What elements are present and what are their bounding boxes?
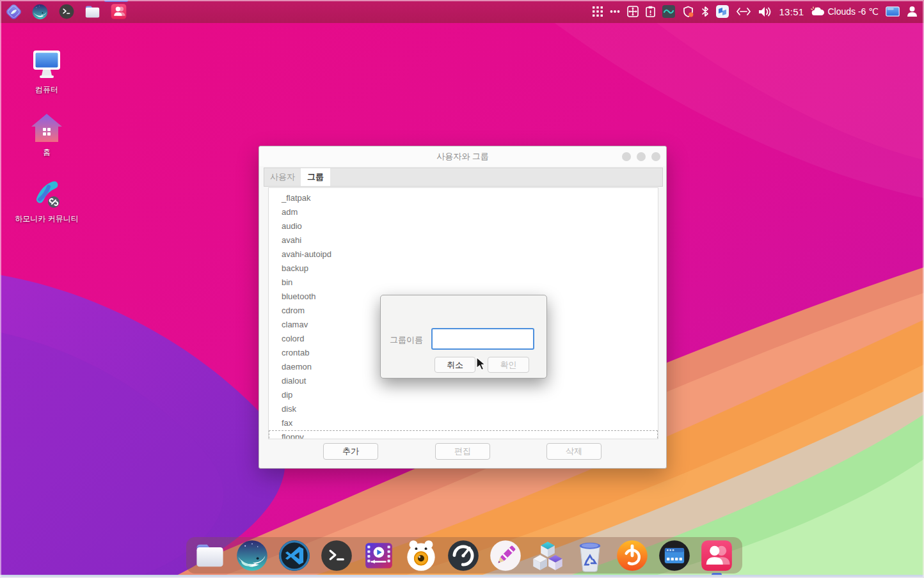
whale-browser-icon[interactable] [31, 3, 49, 20]
dock [186, 537, 742, 574]
group-name-dialog: 그룹이름 취소 확인 [380, 295, 547, 379]
group-row[interactable]: dip [269, 388, 658, 402]
cloud-icon [811, 6, 825, 17]
add-button[interactable]: 추가 [323, 443, 378, 460]
dock-vscode-icon[interactable] [277, 538, 312, 573]
dock-whale-browser-icon[interactable] [235, 538, 269, 573]
users-settings-launcher-icon[interactable] [110, 3, 127, 20]
group-row[interactable]: adm [269, 205, 658, 219]
window-minimize-button[interactable] [622, 152, 631, 161]
dock-system-monitor-icon[interactable] [446, 538, 481, 573]
active-app-indicator [104, 0, 128, 2]
bluetooth-icon[interactable] [701, 6, 709, 17]
window-title: 사용자와 그룹 [436, 151, 489, 162]
computer-icon [31, 49, 63, 82]
dock-trash-icon[interactable] [573, 538, 607, 573]
display-icon[interactable] [886, 6, 900, 17]
dock-power-icon[interactable] [615, 538, 649, 573]
mouse-cursor [476, 357, 486, 371]
dock-users-settings-icon[interactable] [699, 538, 734, 573]
desktop-icon-label: 홈 [43, 147, 51, 158]
user-session-icon[interactable] [907, 6, 918, 17]
group-row[interactable]: audio [269, 219, 658, 233]
cancel-button[interactable]: 취소 [434, 357, 475, 373]
group-row[interactable]: avahi [269, 233, 658, 247]
tab-groups[interactable]: 그룹 [301, 168, 330, 186]
window-maximize-button[interactable] [637, 152, 646, 161]
clipboard-icon[interactable] [646, 6, 655, 17]
group-name-input[interactable] [431, 328, 534, 350]
tab-users[interactable]: 사용자 [264, 168, 301, 186]
overflow-menu-icon[interactable] [610, 10, 620, 13]
hamonikr-menu-icon[interactable] [5, 3, 22, 20]
system-tray: 13:51 Clouds -6 ℃ [593, 5, 924, 18]
desktop-screen: 13:51 Clouds -6 ℃ 컴퓨터 홈 하모니카 커뮤니티 사용자와 그… [0, 0, 924, 578]
top-panel: 13:51 Clouds -6 ℃ [0, 0, 924, 23]
group-row[interactable]: disk [269, 402, 658, 416]
dock-terminal-icon[interactable] [319, 538, 354, 573]
group-row[interactable]: avahi-autoipd [269, 247, 658, 262]
desktop-icon-community[interactable]: 하모니카 커뮤니티 [8, 178, 85, 224]
group-row[interactable]: fax [269, 416, 658, 430]
file-manager-launcher-icon[interactable] [84, 3, 101, 20]
community-link-icon [29, 178, 64, 211]
dock-text-editor-icon[interactable] [488, 538, 523, 573]
ok-button[interactable]: 확인 [488, 357, 529, 373]
dock-package-manager-icon[interactable] [530, 538, 565, 573]
window-titlebar[interactable]: 사용자와 그룹 [259, 146, 666, 166]
delete-button[interactable]: 삭제 [546, 443, 601, 460]
weather-text: Clouds -6 ℃ [827, 6, 879, 17]
window-move-icon[interactable] [627, 6, 639, 17]
group-row[interactable]: _flatpak [269, 191, 658, 205]
edit-button[interactable]: 편집 [435, 443, 490, 460]
group-row[interactable]: bin [269, 276, 658, 290]
korean-ime-icon[interactable] [662, 5, 675, 18]
tabstrip: 사용자 그룹 [264, 168, 663, 187]
dock-display-settings-icon[interactable] [657, 538, 692, 573]
terminal-launcher-icon[interactable] [58, 3, 75, 20]
window-close-button[interactable] [651, 152, 660, 161]
desktop-icon-label: 하모니카 커뮤니티 [15, 214, 78, 224]
dock-file-manager-icon[interactable] [193, 538, 227, 573]
desktop-icon-home[interactable]: 홈 [8, 113, 85, 158]
security-shield-icon[interactable] [682, 6, 694, 18]
group-row[interactable]: backup [269, 262, 658, 276]
group-row[interactable]: floppy [269, 430, 658, 439]
clock[interactable]: 13:51 [779, 6, 804, 17]
dock-video-player-icon[interactable] [362, 538, 396, 573]
dock-media-player-icon[interactable] [404, 538, 438, 573]
weather-widget[interactable]: Clouds -6 ℃ [811, 6, 879, 17]
app-grid-icon[interactable] [593, 6, 603, 17]
messenger-icon[interactable] [716, 5, 729, 18]
volume-icon[interactable] [758, 6, 772, 17]
screen-bottom-strip [0, 575, 924, 578]
desktop-icon-computer[interactable]: 컴퓨터 [8, 49, 85, 95]
network-link-icon[interactable] [736, 7, 751, 16]
group-name-label: 그룹이름 [390, 329, 423, 351]
desktop-icon-label: 컴퓨터 [35, 84, 58, 95]
home-icon [30, 113, 63, 144]
panel-launchers [0, 3, 127, 20]
window-controls [622, 146, 660, 166]
